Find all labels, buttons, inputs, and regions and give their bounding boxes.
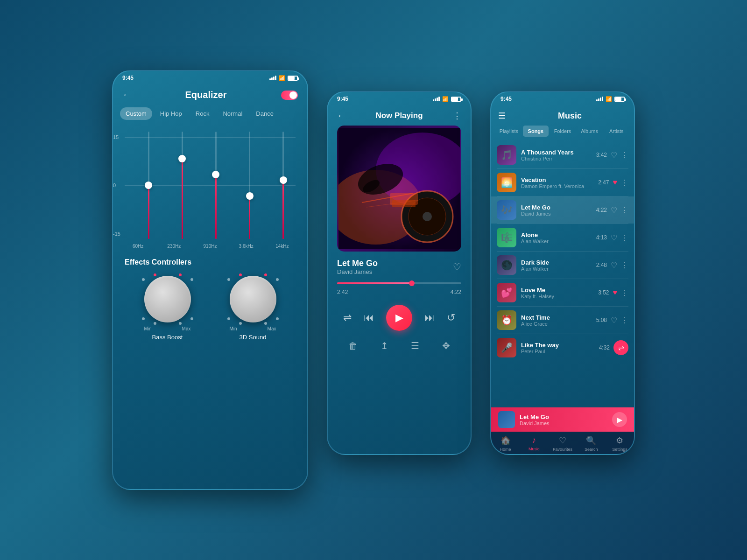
dj-artwork-svg (338, 128, 460, 249)
heart-7[interactable]: ♡ (611, 316, 617, 325)
nav-search-label: Search (585, 447, 598, 452)
song-actions-8: 4:32 ⇌ (599, 340, 628, 355)
3d-sound-control[interactable] (230, 276, 276, 322)
hamburger-menu[interactable]: ☰ (498, 111, 506, 121)
artwork-8: 🎤 (497, 338, 516, 357)
repeat-button[interactable]: ↺ (447, 312, 455, 324)
heart-5[interactable]: ♡ (611, 261, 617, 270)
3d-sound-knob[interactable]: MinMax 3D Sound (230, 276, 276, 341)
eq-toggle[interactable] (281, 91, 298, 100)
nav-music[interactable]: ♪ Music (520, 435, 548, 452)
bass-boost-control[interactable] (144, 276, 191, 322)
eq-tab-dance[interactable]: Dance (250, 107, 279, 120)
eq-slider-60hz[interactable] (141, 132, 155, 239)
song-item-3[interactable]: 🎶 Let Me Go David James 4:22 ♡ ⋮ (491, 196, 634, 224)
more-3[interactable]: ⋮ (621, 206, 628, 215)
tab-albums[interactable]: Albums (577, 126, 603, 137)
tab-folders[interactable]: Folders (550, 126, 576, 137)
heart-2[interactable]: ♥ (613, 178, 618, 187)
eq-tab-custom[interactable]: Custom (120, 107, 152, 120)
song-item-8[interactable]: 🎤 Like The way Peter Paul 4:32 ⇌ (491, 334, 634, 361)
npb-play-button[interactable]: ▶ (612, 412, 627, 427)
np-title: Now Playing (375, 111, 423, 120)
delete-button[interactable]: 🗑 (348, 341, 358, 351)
artwork-4: 🎼 (497, 228, 516, 247)
song-artist-6: Katy ft. Halsey (521, 294, 593, 299)
np-total-time: 4:22 (451, 289, 461, 295)
eq-slider-910hz[interactable] (209, 132, 223, 239)
heart-4[interactable]: ♡ (611, 233, 617, 242)
song-name-6: Love Me (521, 287, 593, 294)
now-playing-bar[interactable]: Let Me Go David James ▶ (491, 407, 634, 432)
heart-1[interactable]: ♡ (611, 151, 617, 160)
tab-songs[interactable]: Songs (523, 126, 549, 137)
song-item-7[interactable]: ⏰ Next Time Alice Grace 5:08 ♡ ⋮ (491, 307, 634, 334)
progress-track[interactable] (337, 282, 461, 284)
more-5[interactable]: ⋮ (621, 261, 628, 270)
heart-3[interactable]: ♡ (611, 206, 617, 215)
status-bar-2: 9:45 📶 (328, 92, 471, 106)
more-7[interactable]: ⋮ (621, 316, 628, 325)
ml-title: Music (513, 111, 627, 121)
np-heart-button[interactable]: ♡ (453, 261, 461, 273)
artwork-5: 🌑 (497, 255, 516, 275)
progress-thumb[interactable] (409, 280, 415, 286)
song-duration-6: 3:52 (598, 289, 609, 296)
song-item-2[interactable]: 🌅 Vacation Damon Empero ft. Veronica 2:4… (491, 169, 634, 196)
eq-slider-36khz[interactable] (243, 132, 257, 239)
wifi-icon-3: 📶 (606, 96, 612, 102)
status-icons-1: 📶 (269, 75, 298, 81)
tab-artists[interactable]: Artists (603, 126, 629, 137)
nav-settings[interactable]: ⚙ Settings (606, 435, 634, 452)
play-pause-button[interactable]: ▶ (386, 305, 412, 331)
song-duration-1: 3:42 (596, 152, 607, 158)
song-name-4: Alone (521, 231, 592, 238)
song-item-6[interactable]: 💕 Love Me Katy ft. Halsey 3:52 ♥ ⋮ (491, 279, 634, 306)
tab-playlists[interactable]: Playlists (496, 126, 522, 137)
heart-6[interactable]: ♥ (613, 288, 618, 297)
eq-tab-rock[interactable]: Rock (190, 107, 215, 120)
next-button[interactable]: ⏭ (424, 312, 435, 324)
nav-home[interactable]: 🏠 Home (491, 435, 520, 452)
eq-tab-hiphop[interactable]: Hip Hop (155, 107, 188, 120)
nav-favourites[interactable]: ♡ Favourites (548, 435, 577, 452)
np-back-button[interactable]: ← (337, 111, 345, 121)
eq-grid-label-0: 0 (113, 182, 116, 188)
song-actions-3: 4:22 ♡ ⋮ (596, 206, 628, 215)
song-item-4[interactable]: 🎼 Alone Alan Walker 4:13 ♡ ⋮ (491, 224, 634, 251)
eq-tab-normal[interactable]: Normal (217, 107, 248, 120)
more-2[interactable]: ⋮ (621, 178, 628, 187)
np-actions: 🗑 ↥ ☰ ✥ (328, 340, 471, 351)
np-times: 2:42 4:22 (328, 287, 471, 298)
song-item-5[interactable]: 🌑 Dark Side Alan Walker 2:48 ♡ ⋮ (491, 252, 634, 279)
signal-icon-3 (596, 97, 603, 101)
bass-boost-knob[interactable]: MinMax Bass Boost (144, 276, 191, 341)
more-4[interactable]: ⋮ (621, 233, 628, 242)
status-bar-3: 9:45 📶 (491, 92, 634, 106)
song-name-8: Like The way (521, 342, 594, 349)
share-button[interactable]: ↥ (381, 340, 388, 351)
equalizer-button[interactable]: ✥ (442, 340, 450, 351)
np-artwork (337, 126, 461, 252)
np-progress[interactable] (328, 282, 471, 284)
eq-title: Equalizer (131, 90, 281, 100)
back-button[interactable]: ← (122, 90, 131, 100)
eq-slider-230hz[interactable] (175, 132, 189, 239)
more-1[interactable]: ⋮ (621, 151, 628, 160)
nav-search[interactable]: 🔍 Search (577, 435, 606, 452)
song-actions-5: 2:48 ♡ ⋮ (596, 261, 628, 270)
eq-slider-14khz[interactable] (276, 132, 290, 239)
artwork-6: 💕 (497, 283, 516, 302)
nav-music-label: Music (529, 447, 540, 451)
more-6[interactable]: ⋮ (621, 288, 628, 297)
shuffle-button[interactable]: ⇌ (343, 312, 352, 324)
song-list: 🎵 A Thousand Years Christina Perri 3:42 … (491, 141, 634, 407)
playlist-button[interactable]: ☰ (411, 340, 419, 351)
np-controls: ⇌ ⏮ ▶ ⏭ ↺ (328, 305, 471, 331)
song-info-4: Alone Alan Walker (521, 231, 592, 244)
prev-button[interactable]: ⏮ (364, 312, 374, 324)
song-item-1[interactable]: 🎵 A Thousand Years Christina Perri 3:42 … (491, 141, 634, 168)
shuffle-active-btn[interactable]: ⇌ (613, 340, 628, 355)
dj-visual (337, 126, 461, 252)
np-more-button[interactable]: ⋮ (453, 111, 461, 121)
